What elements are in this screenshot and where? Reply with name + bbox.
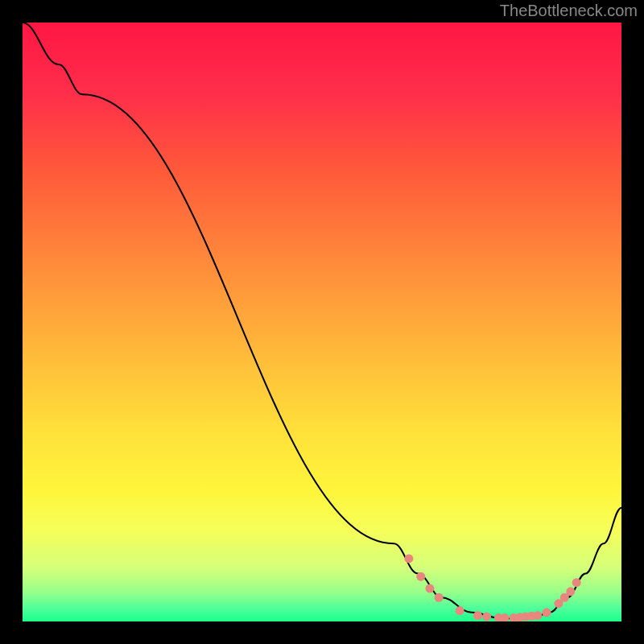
data-dot: [425, 584, 434, 593]
data-dot: [572, 578, 581, 587]
data-dot: [435, 593, 444, 602]
chart-container: TheBottleneck.com: [0, 0, 644, 644]
bottleneck-curve: [23, 23, 621, 618]
watermark-text: TheBottleneck.com: [500, 2, 638, 20]
data-dots: [404, 554, 580, 621]
data-dot: [482, 613, 491, 621]
curve-overlay: [23, 23, 621, 621]
data-dot: [473, 611, 482, 620]
plot-area: [23, 23, 621, 621]
data-dot: [416, 572, 425, 581]
data-dot: [456, 606, 464, 615]
data-dot: [543, 608, 551, 617]
data-dot: [533, 611, 542, 620]
data-dot: [566, 587, 575, 596]
data-dot: [404, 554, 413, 563]
